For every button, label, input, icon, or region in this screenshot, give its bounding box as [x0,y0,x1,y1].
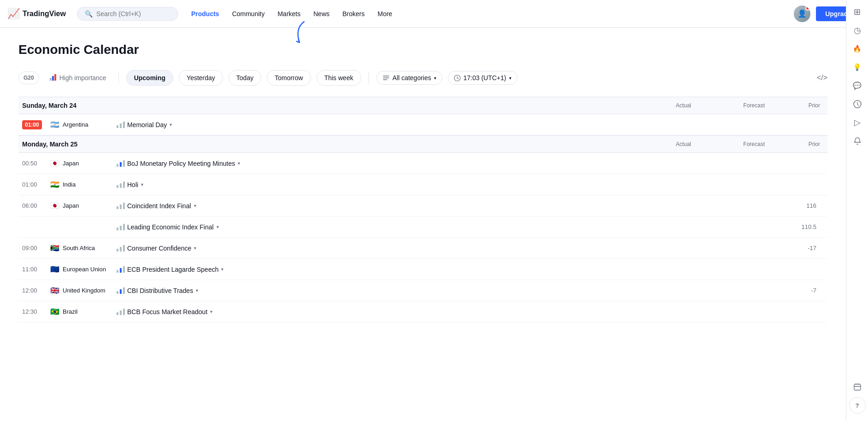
col-actual-monday: Actual [625,141,698,147]
event-name[interactable]: Memorial Day ▾ [127,121,621,129]
svg-rect-21 [117,249,118,251]
event-name[interactable]: Consumer Confidence ▾ [127,245,621,252]
filter-separator [118,72,119,83]
filter-g20[interactable]: G20 [18,71,39,84]
bulb-icon[interactable]: 💡 [849,59,866,76]
nav-more[interactable]: More [372,6,398,21]
filter-time[interactable]: 17:03 (UTC+1) ▾ [448,71,517,85]
country-flag: 🇮🇳 [50,180,60,190]
event-name-text: CBI Distributive Trades [127,287,193,294]
nav-products[interactable]: Products [186,6,225,21]
event-name-text: Consumer Confidence [127,245,191,252]
logo-text: TradingView [23,10,66,18]
event-name[interactable]: Holi ▾ [127,181,621,188]
svg-rect-9 [117,164,118,167]
chat-icon[interactable]: 💬 [849,77,866,94]
svg-rect-11 [123,160,125,167]
table-row: 12:30 🇧🇷 Brazil BCB Focus Market Readout… [18,301,827,322]
filter-today[interactable]: Today [229,70,261,86]
filter-tomorrow[interactable]: Tomorrow [267,70,311,86]
svg-rect-32 [123,309,125,315]
event-time: 01:00 [22,181,50,188]
importance-label: High importance [59,74,106,82]
logo[interactable]: 📈 TradingView [7,8,66,20]
event-prior: 116 [768,202,824,209]
search-bar[interactable]: 🔍 [77,7,178,21]
notification-icon[interactable] [849,133,866,149]
bell-alert-icon[interactable] [849,96,866,112]
table-row: 01:00 🇦🇷 Argentina Memorial Day ▾ [18,114,827,135]
col-actual-sunday: Actual [625,102,698,109]
section-header-monday: Monday, March 25 Actual Forecast Prior [18,135,827,153]
col-prior-sunday: Prior [772,102,827,109]
embed-icon[interactable]: </> [817,74,827,82]
section-date-monday: Monday, March 25 [18,140,625,148]
event-time: 11:00 [22,266,50,273]
search-icon: 🔍 [85,10,93,18]
event-name[interactable]: BCB Focus Market Readout ▾ [127,308,621,316]
event-prior: -17 [768,245,824,251]
svg-rect-22 [120,247,122,251]
event-name-text: Memorial Day [127,121,167,129]
svg-rect-15 [117,206,118,209]
svg-rect-14 [123,181,125,188]
categories-label: All categories [393,74,431,82]
clock-icon[interactable]: ◷ [849,22,866,39]
time-label: 17:03 (UTC+1) [463,74,506,82]
g20-icon: G20 [23,75,34,81]
svg-rect-12 [117,185,118,188]
event-name-text: Coincident Index Final [127,202,191,210]
event-time-badge: 01:00 [22,120,42,129]
nav-brokers[interactable]: Brokers [337,6,370,21]
filter-this-week[interactable]: This week [317,70,361,86]
event-name[interactable]: Leading Economic Index Final ▾ [127,223,621,231]
avatar-notification-dot [805,6,810,11]
filter-upcoming[interactable]: Upcoming [126,70,173,86]
filter-yesterday[interactable]: Yesterday [179,70,223,86]
importance-chart-icon [49,74,57,82]
avatar[interactable]: 👤 [794,6,810,22]
event-name[interactable]: ECB President Lagarde Speech ▾ [127,266,621,273]
country-name: Japan [63,202,79,209]
event-country: 🇮🇳 India [50,180,114,190]
table-row: 00:50 🇯🇵 Japan BoJ Monetary Policy Meeti… [18,153,827,174]
chevron-down-icon: ▾ [194,246,196,251]
clock-filter-icon [454,75,461,82]
col-prior-monday: Prior [772,141,827,147]
stream-icon[interactable]: ▷ [849,114,866,131]
layout-icon[interactable]: ⊞ [849,4,866,20]
table-row: Leading Economic Index Final ▾ 110.5 [18,216,827,238]
nav-community[interactable]: Community [227,6,270,21]
nav-news[interactable]: News [308,6,335,21]
sidebar-right-top: ⊞ ◷ 🔥 💡 💬 ▷ [849,4,866,337]
search-input[interactable] [96,10,170,18]
categories-icon [382,74,390,82]
importance-icon [117,224,125,230]
filter-importance[interactable]: High importance [45,71,111,85]
importance-icon [117,122,125,128]
event-importance [114,181,127,188]
event-name[interactable]: CBI Distributive Trades ▾ [127,287,621,294]
svg-rect-29 [123,287,125,294]
country-flag: 🇧🇷 [50,307,60,317]
fire-icon[interactable]: 🔥 [849,41,866,57]
country-flag: 🇯🇵 [50,201,60,211]
event-prior: 110.5 [768,223,824,230]
country-name: European Union [63,266,106,273]
page-title: Economic Calendar [18,42,827,57]
svg-rect-20 [123,224,125,230]
svg-rect-26 [123,266,125,273]
event-importance [114,287,127,294]
svg-rect-19 [120,226,122,230]
event-name[interactable]: BoJ Monetary Policy Meeting Minutes ▾ [127,160,621,167]
filter-separator-2 [369,72,369,83]
table-row: 01:00 🇮🇳 India Holi ▾ [18,174,827,195]
nav-markets[interactable]: Markets [272,6,306,21]
svg-rect-25 [120,268,122,273]
event-time: 09:00 [22,245,50,251]
filter-categories[interactable]: All categories ▾ [376,71,442,85]
event-name[interactable]: Coincident Index Final ▾ [127,202,621,210]
chevron-down-icon: ▾ [217,224,219,229]
svg-rect-27 [117,291,118,294]
country-flag: 🇯🇵 [50,158,60,169]
